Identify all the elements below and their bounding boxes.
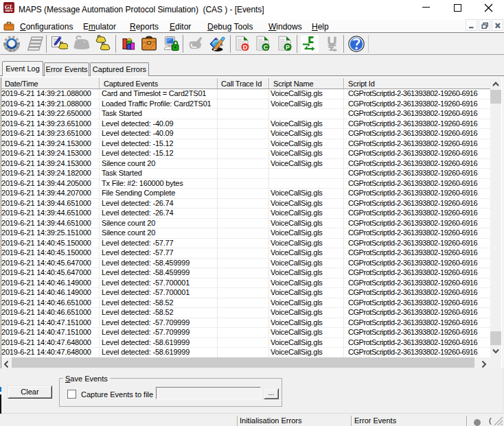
- svg-text:MAPS: MAPS: [5, 10, 13, 12]
- svg-text:P: P: [286, 44, 290, 51]
- svg-text:D: D: [243, 44, 248, 51]
- svg-text:C: C: [264, 44, 268, 51]
- svg-text:GL: GL: [5, 3, 13, 10]
